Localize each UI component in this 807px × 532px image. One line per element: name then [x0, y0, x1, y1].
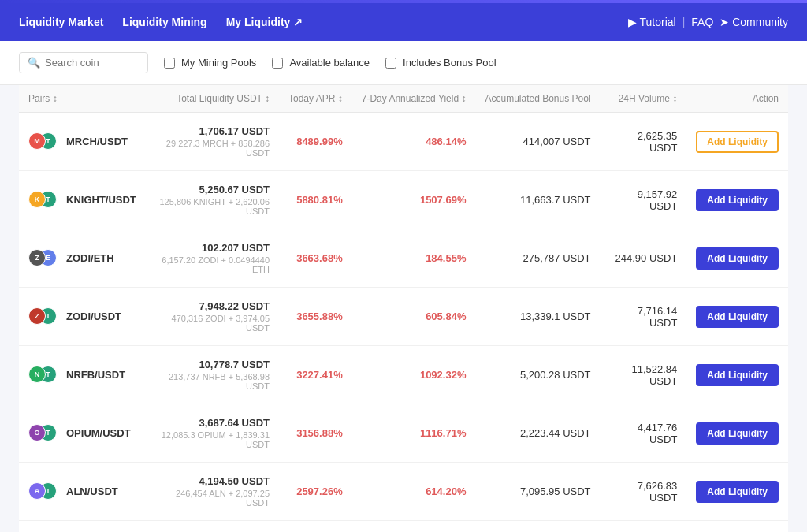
table-row: D T DFL/USDT 1,667.62 USDT 134,367 DFL +… — [19, 521, 788, 533]
includes-bonus-pool-label: Includes Bonus Pool — [403, 57, 496, 69]
liquidity-main: 1,706.17 USDT — [155, 125, 270, 137]
bonus-pool-value: 2,223.44 USDT — [520, 427, 591, 439]
volume-24h-cell: 11,522.84 USDT — [601, 346, 687, 404]
yield-7d-cell: 1116.71% — [352, 404, 476, 463]
volume-24h-value: 244.90 USDT — [615, 252, 678, 264]
bonus-pool-value: 5,200.28 USDT — [520, 369, 591, 381]
table-body: M T MRCH/USDT 1,706.17 USDT 29,227.3 MRC… — [19, 113, 788, 533]
nav-liquidity-market[interactable]: Liquidity Market — [19, 16, 103, 28]
faq-link[interactable]: FAQ — [691, 16, 713, 28]
action-cell: Add Liquidity — [686, 463, 788, 521]
col-volume-24h[interactable]: 24H Volume ↕ — [601, 85, 687, 113]
yield-7d-cell: 614.20% — [352, 463, 476, 521]
coin-icon-double: Z T — [28, 307, 58, 326]
volume-24h-value: 9,157.92 USDT — [638, 188, 678, 212]
col-today-apr[interactable]: Today APR ↕ — [279, 85, 352, 113]
bonus-pool-cell: 275,787 USDT — [475, 229, 600, 288]
today-apr-value: 2597.26% — [296, 485, 343, 497]
action-cell: Add Liquidity — [686, 171, 788, 229]
liquidity-table: Pairs ↕ Total Liquidity USDT ↕ Today APR… — [19, 85, 788, 532]
add-liquidity-button[interactable]: Add Liquidity — [696, 422, 779, 445]
pair-cell-DFL-USDT: D T DFL/USDT — [19, 521, 146, 533]
community-link[interactable]: ➤ Community — [720, 16, 788, 28]
action-cell: Add Liquidity — [686, 229, 788, 288]
table-row: M T MRCH/USDT 1,706.17 USDT 29,227.3 MRC… — [19, 113, 788, 171]
coin-icon-double: Z E — [28, 249, 58, 268]
search-wrap: 🔍 — [19, 52, 148, 73]
search-icon: 🔍 — [28, 57, 40, 69]
available-balance-label: Available balance — [289, 57, 370, 69]
liquidity-cell: 4,194.50 USDT 246,454 ALN + 2,097.25 USD… — [146, 463, 279, 521]
today-apr-value: 3663.68% — [296, 252, 343, 264]
today-apr-value: 3156.88% — [296, 427, 343, 439]
col-bonus-pool: Accumulated Bonus Pool — [475, 85, 600, 113]
available-balance-checkbox[interactable] — [272, 58, 283, 69]
action-cell: Add Liquidity — [686, 113, 788, 171]
today-apr-cell: 1793.40% — [279, 521, 352, 533]
coin-icon-1: O — [28, 424, 46, 441]
table-row: Z T ZODI/USDT 7,948.22 USDT 470,316 ZODI… — [19, 288, 788, 346]
yield-7d-cell: 1092.32% — [352, 346, 476, 404]
bonus-pool-cell: 7,095.95 USDT — [475, 463, 600, 521]
bonus-pool-cell: 11,663.7 USDT — [475, 171, 600, 229]
add-liquidity-button[interactable]: Add Liquidity — [696, 481, 779, 503]
liquidity-sub: 470,316 ZODI + 3,974.05 USDT — [155, 314, 270, 333]
col-yield-7d[interactable]: 7-Day Annualized Yield ↕ — [352, 85, 476, 113]
coin-icon-1: Z — [28, 249, 46, 266]
volume-24h-value: 4,417.76 USDT — [638, 422, 678, 445]
liquidity-cell: 102.207 USDT 6,157.20 ZODI + 0.0494440 E… — [146, 229, 279, 288]
add-liquidity-button[interactable]: Add Liquidity — [696, 247, 779, 270]
pair-name: OPIUM/USDT — [66, 427, 131, 439]
nav-my-liquidity[interactable]: My Liquidity ↗ — [226, 16, 303, 28]
my-mining-pools-checkbox[interactable] — [164, 58, 175, 69]
pair-cell-NRFB-USDT: N T NRFB/USDT — [19, 346, 146, 404]
add-liquidity-button-highlighted[interactable]: Add Liquidity — [696, 131, 779, 153]
today-apr-cell: 8489.99% — [279, 113, 352, 171]
liquidity-sub: 246,454 ALN + 2,097.25 USDT — [155, 489, 270, 508]
coin-icon-1: M — [28, 132, 46, 150]
pair-name: ZODI/USDT — [66, 311, 121, 322]
coin-icon-1: Z — [28, 307, 46, 325]
add-liquidity-button[interactable]: Add Liquidity — [696, 364, 779, 386]
pair-name: ZODI/ETH — [66, 252, 114, 264]
volume-24h-cell: 4,417.76 USDT — [601, 404, 687, 463]
includes-bonus-pool-checkbox[interactable] — [385, 58, 396, 69]
navbar-right: ▶ Tutorial | FAQ ➤ Community — [628, 16, 788, 28]
liquidity-main: 102.207 USDT — [155, 242, 270, 254]
add-liquidity-button[interactable]: Add Liquidity — [696, 189, 779, 211]
today-apr-cell: 2597.26% — [279, 463, 352, 521]
liquidity-cell: 7,948.22 USDT 470,316 ZODI + 3,974.05 US… — [146, 288, 279, 346]
separator: | — [682, 16, 686, 28]
coin-icon-1: K — [28, 191, 46, 208]
nav-liquidity-mining[interactable]: Liquidity Mining — [122, 16, 206, 28]
liquidity-sub: 12,085.3 OPIUM + 1,839.31 USDT — [155, 430, 270, 449]
table-header: Pairs ↕ Total Liquidity USDT ↕ Today APR… — [19, 85, 788, 113]
today-apr-value: 3227.41% — [296, 369, 343, 381]
pair-cell-ALN-USDT: A T ALN/USDT — [19, 463, 146, 521]
today-apr-cell: 5880.81% — [279, 171, 352, 229]
bonus-pool-cell: 414,007 USDT — [475, 113, 600, 171]
yield-7d-value: 605.84% — [426, 311, 466, 322]
liquidity-main: 5,250.67 USDT — [155, 184, 270, 195]
coin-icon-double: A T — [28, 482, 58, 501]
bonus-pool-value: 414,007 USDT — [523, 136, 591, 147]
liquidity-main: 3,687.64 USDT — [155, 417, 270, 429]
yield-7d-cell: 605.84% — [352, 288, 476, 346]
coin-icon-double: O T — [28, 424, 58, 443]
volume-24h-value: 7,626.83 USDT — [638, 480, 678, 504]
tutorial-link[interactable]: ▶ Tutorial — [628, 16, 676, 28]
bonus-pool-value: 11,663.7 USDT — [520, 194, 591, 206]
col-total-liquidity[interactable]: Total Liquidity USDT ↕ — [146, 85, 279, 113]
col-pairs[interactable]: Pairs ↕ — [19, 85, 146, 113]
bonus-pool-cell: 2,223.44 USDT — [475, 404, 600, 463]
search-input[interactable] — [45, 57, 139, 69]
pair-name: KNIGHT/USDT — [66, 194, 136, 206]
yield-7d-cell: 184.55% — [352, 229, 476, 288]
yield-7d-cell: 201.55% — [352, 521, 476, 533]
pair-cell-ZODI-USDT: Z T ZODI/USDT — [19, 288, 146, 346]
action-cell: Add Liquidity — [686, 288, 788, 346]
volume-24h-value: 11,522.84 USDT — [631, 363, 677, 387]
add-liquidity-button[interactable]: Add Liquidity — [696, 306, 779, 328]
volume-24h-cell: 7,716.14 USDT — [601, 288, 687, 346]
liquidity-sub: 6,157.20 ZODI + 0.0494440 ETH — [155, 255, 270, 274]
